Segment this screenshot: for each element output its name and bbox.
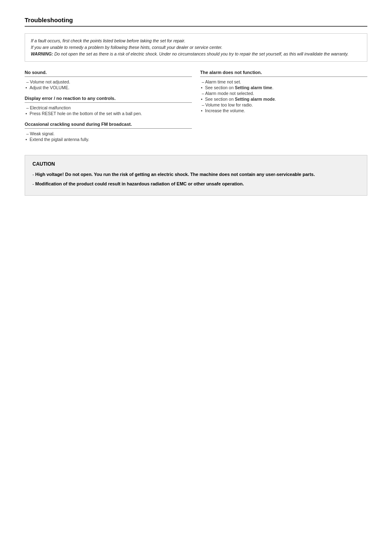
no-sound-cause-1: Volume not adjusted. [25,79,192,84]
alarm-fix-1: See section on Setting alarm time. [200,85,367,90]
caution-item-1: - High voltage! Do not open. You run the… [32,171,360,178]
alarm-cause-1: Alarm time not set. [200,79,367,84]
caution-dash-2: - [32,181,35,186]
section-crackling-title: Occasional crackling sound during FM bro… [25,122,192,129]
page-title: Troubleshooting [25,16,367,27]
caution-bold-1: High voltage! Do not open. You run the r… [35,172,315,177]
display-error-cause-1: Electrical malfunction [25,105,192,110]
two-column-layout: No sound. Volume not adjusted. Adjust th… [25,70,367,143]
left-column: No sound. Volume not adjusted. Adjust th… [25,70,200,143]
right-column: The alarm does not function. Alarm time … [200,70,367,143]
crackling-fix-1: Extend the pigtail antenna fully. [25,137,192,142]
caution-bold-2: Modification of the product could result… [35,181,244,186]
caution-box: CAUTION - High voltage! Do not open. You… [25,155,367,196]
warning-line-1: If a fault occurs, first check the point… [31,38,361,44]
caution-item-2: - Modification of the product could resu… [32,180,360,187]
warning-line-3: WARNING: Do not open the set as there is… [31,51,361,58]
section-no-sound-title: No sound. [25,70,192,77]
alarm-fix-2: See section on Setting alarm mode. [200,97,367,102]
alarm-cause-3: Volume too low for radio. [200,102,367,107]
alarm-cause-2: Alarm mode not selected. [200,91,367,96]
section-alarm-title: The alarm does not function. [200,70,367,77]
no-sound-fix-1: Adjust the VOLUME. [25,85,192,90]
warning-line-2: If you are unable to remedy a problem by… [31,44,361,51]
warning-label: WARNING: [31,51,53,56]
caution-dash-1: - [32,172,35,177]
caution-title: CAUTION [32,161,360,167]
alarm-fix-3: Increase the volume. [200,108,367,113]
alarm-fix-1-bold: Setting alarm time [235,85,272,90]
warning-text: Do not open the set as there is a risk o… [54,51,348,56]
display-error-fix-1: Press RESET hole on the bottom of the se… [25,111,192,116]
crackling-cause-1: Weak signal. [25,131,192,136]
warning-box: If a fault occurs, first check the point… [25,33,367,62]
alarm-fix-2-bold: Setting alarm mode [235,97,274,102]
section-display-error-title: Display error / no reaction to any contr… [25,96,192,103]
